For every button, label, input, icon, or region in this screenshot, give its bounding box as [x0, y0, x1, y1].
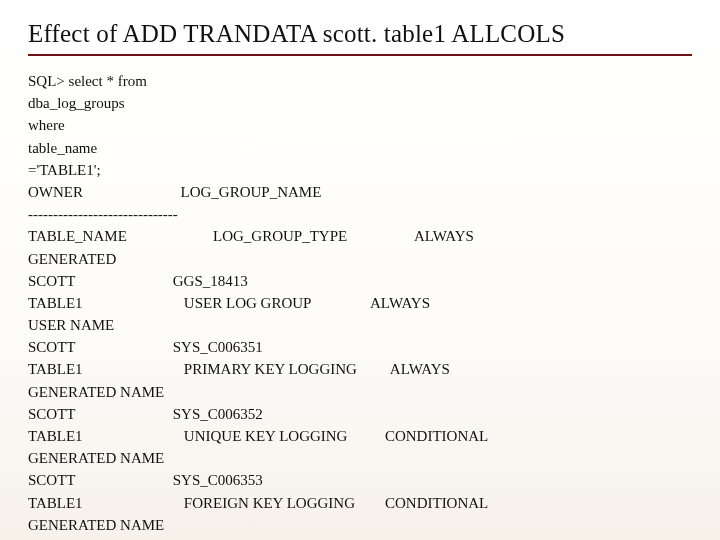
code-line: TABLE1 UNIQUE KEY LOGGING CONDITIONAL [28, 425, 692, 447]
code-line: SCOTT SYS_C006352 [28, 403, 692, 425]
code-line: GENERATED NAME [28, 381, 692, 403]
code-line: SQL> select * from [28, 70, 692, 92]
code-line: dba_log_groups [28, 92, 692, 114]
code-line: SCOTT GGS_18413 [28, 270, 692, 292]
code-line: USER NAME [28, 314, 692, 336]
slide-body: SQL> select * from dba_log_groups where … [28, 70, 692, 540]
code-line: SCOTT SYS_C006353 [28, 469, 692, 491]
code-line: SCOTT SYS_C006351 [28, 336, 692, 358]
code-line: where [28, 114, 692, 136]
code-line: GENERATED NAME [28, 514, 692, 536]
code-line: TABLE_NAME LOG_GROUP_TYPE ALWAYS [28, 225, 692, 247]
code-line: ='TABLE1'; [28, 159, 692, 181]
code-line: ------------------------------ [28, 203, 692, 225]
code-line: TABLE1 USER LOG GROUP ALWAYS [28, 292, 692, 314]
code-line: TABLE1 PRIMARY KEY LOGGING ALWAYS [28, 358, 692, 380]
code-line: OWNER LOG_GROUP_NAME [28, 181, 692, 203]
code-line: GENERATED [28, 248, 692, 270]
code-line: table_name [28, 137, 692, 159]
code-line: SCOTT SYS_C006354 [28, 536, 692, 540]
slide: Effect of ADD TRANDATA scott. table1 ALL… [0, 0, 720, 540]
code-line: GENERATED NAME [28, 447, 692, 469]
code-line: TABLE1 FOREIGN KEY LOGGING CONDITIONAL [28, 492, 692, 514]
slide-title: Effect of ADD TRANDATA scott. table1 ALL… [28, 20, 692, 56]
